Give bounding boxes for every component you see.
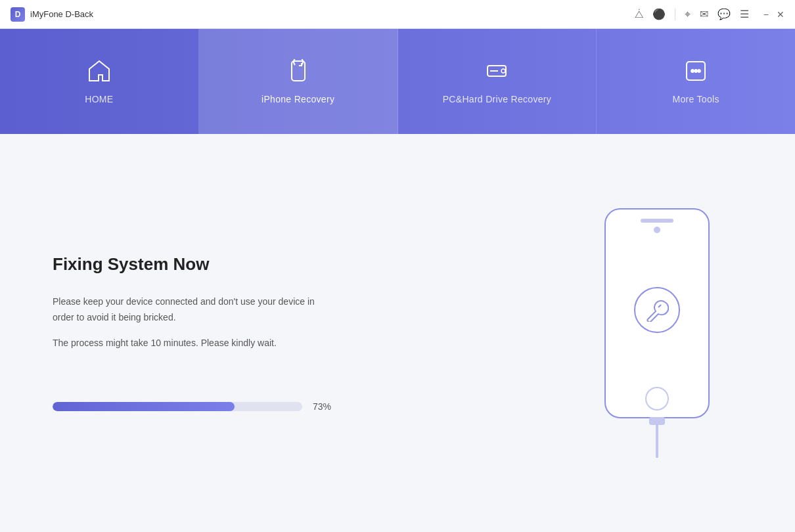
progress-section: 73% bbox=[53, 401, 466, 412]
content-right bbox=[519, 134, 795, 532]
cable-connector bbox=[649, 417, 665, 425]
title-bar: D iMyFone D-Back ⧊ ⚫ ⌖ ✉ 💬 ☰ − ✕ bbox=[0, 0, 795, 29]
nav-item-iphone-recovery[interactable]: iPhone Recovery bbox=[199, 29, 398, 134]
nav-label-pc-recovery: PC&Hard Drive Recovery bbox=[443, 94, 551, 104]
minimize-button[interactable]: − bbox=[763, 9, 769, 20]
svg-point-7 bbox=[698, 70, 700, 72]
progress-bar-track bbox=[53, 402, 302, 411]
title-bar-left: D iMyFone D-Back bbox=[11, 7, 93, 22]
fixing-title: Fixing System Now bbox=[53, 254, 466, 275]
hdd-icon bbox=[485, 59, 509, 86]
svg-point-6 bbox=[694, 70, 697, 72]
fixing-description-1: Please keep your device connected and do… bbox=[53, 294, 335, 326]
refresh-icon bbox=[286, 59, 310, 86]
cable-wire bbox=[656, 425, 658, 458]
nav-label-more-tools: More Tools bbox=[673, 94, 719, 104]
close-button[interactable]: ✕ bbox=[777, 9, 784, 20]
nav-item-more-tools[interactable]: More Tools bbox=[597, 29, 795, 134]
phone-illustration bbox=[591, 208, 723, 458]
phone-home-button bbox=[645, 387, 669, 410]
progress-percent: 73% bbox=[313, 401, 336, 412]
location-icon[interactable]: ⌖ bbox=[685, 9, 691, 20]
phone-camera bbox=[654, 227, 660, 233]
nav-item-pc-recovery[interactable]: PC&Hard Drive Recovery bbox=[398, 29, 597, 134]
wrench-icon-container bbox=[634, 287, 680, 333]
phone-cable bbox=[649, 417, 665, 458]
mail-icon[interactable]: ✉ bbox=[700, 8, 708, 20]
wrench-icon bbox=[645, 298, 669, 322]
main-content: Fixing System Now Please keep your devic… bbox=[0, 134, 795, 532]
nav-bar: HOME iPhone Recovery PC&Hard Drive Recov… bbox=[0, 29, 795, 134]
svg-point-5 bbox=[691, 70, 694, 72]
nav-label-home: HOME bbox=[85, 94, 113, 104]
divider bbox=[675, 9, 675, 20]
svg-point-2 bbox=[501, 69, 505, 73]
nav-label-iphone-recovery: iPhone Recovery bbox=[261, 94, 334, 104]
app-logo: D bbox=[11, 7, 25, 22]
home-icon bbox=[87, 59, 111, 86]
nav-item-home[interactable]: HOME bbox=[0, 29, 199, 134]
account-icon[interactable]: ⚫ bbox=[652, 8, 666, 20]
phone-body bbox=[604, 208, 710, 418]
progress-bar-container: 73% bbox=[53, 401, 466, 412]
more-icon bbox=[684, 59, 708, 86]
title-bar-right: ⧊ ⚫ ⌖ ✉ 💬 ☰ − ✕ bbox=[635, 8, 784, 20]
menu-icon[interactable]: ☰ bbox=[740, 8, 749, 20]
phone-speaker bbox=[641, 219, 673, 223]
share-icon[interactable]: ⧊ bbox=[635, 9, 643, 20]
content-left: Fixing System Now Please keep your devic… bbox=[0, 134, 519, 532]
chat-icon[interactable]: 💬 bbox=[717, 8, 731, 20]
phone-screen bbox=[606, 233, 708, 387]
progress-bar-fill bbox=[53, 402, 235, 411]
fixing-description-2: The process might take 10 minutes. Pleas… bbox=[53, 336, 335, 351]
app-title: iMyFone D-Back bbox=[30, 9, 93, 19]
window-controls: − ✕ bbox=[763, 9, 784, 20]
